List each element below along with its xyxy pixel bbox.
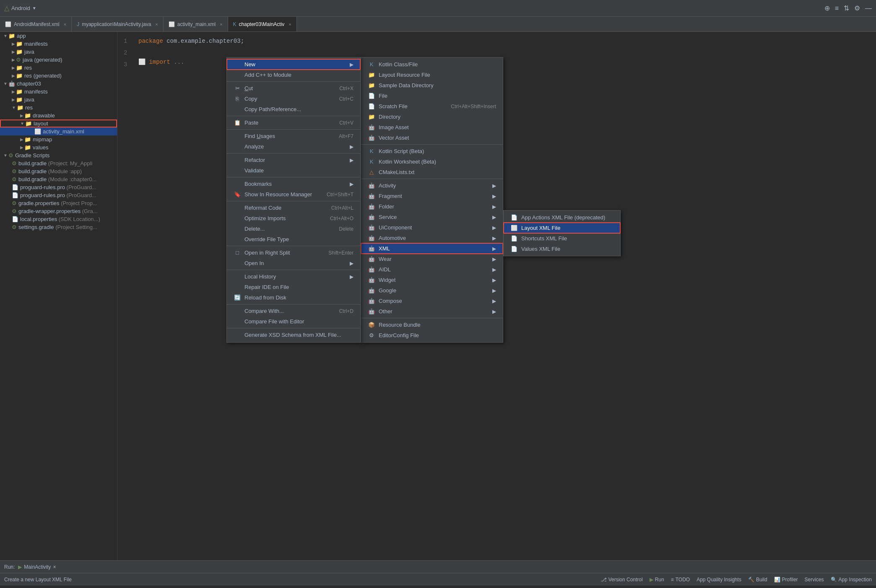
new-ui-component[interactable]: 🤖 UiComponent ▶	[361, 222, 503, 233]
sidebar-item-res-app[interactable]: ▶ 📁 res	[0, 64, 117, 72]
context-menu-copy-path[interactable]: Copy Path/Reference...	[227, 104, 360, 114]
new-compose[interactable]: 🤖 Compose ▶	[361, 296, 503, 306]
context-menu-cut[interactable]: ✂ Cut Ctrl+X	[227, 83, 360, 94]
tree-arrow[interactable]: ▼	[3, 81, 8, 86]
new-directory[interactable]: 📁 Directory	[361, 112, 503, 122]
sidebar-item-manifests-ch03[interactable]: ▶ 📁 manifests	[0, 88, 117, 96]
run-tab[interactable]: ▶ Run	[650, 577, 664, 583]
tree-arrow[interactable]: ▶	[12, 89, 15, 94]
context-menu-copy[interactable]: ⎘ Copy Ctrl+C	[227, 94, 360, 104]
context-menu-reformat[interactable]: Reformat Code Ctrl+Alt+L	[227, 203, 360, 213]
tree-arrow[interactable]: ▼	[3, 34, 8, 38]
context-menu-compare-with[interactable]: Compare With... Ctrl+D	[227, 306, 360, 316]
list-icon[interactable]: ≡	[835, 5, 839, 12]
xml-shortcuts-file[interactable]: 📄 Shortcuts XML File	[504, 233, 620, 244]
sidebar-item-proguard-1[interactable]: 📄 proguard-rules.pro (ProGuard...	[0, 183, 117, 191]
sidebar-item-proguard-2[interactable]: 📄 proguard-rules.pro (ProGuard...	[0, 191, 117, 199]
run-main-activity[interactable]: ▶ MainActivity ×	[18, 564, 56, 570]
new-file[interactable]: 📄 File	[361, 91, 503, 101]
context-menu-refactor[interactable]: Refactor ▶	[227, 155, 360, 165]
context-menu-open-right-split[interactable]: □ Open in Right Split Shift+Enter	[227, 247, 360, 258]
sidebar-item-build-gradle-project[interactable]: ⚙ build.gradle (Project: My_Appli	[0, 159, 117, 167]
context-menu-reload-disk[interactable]: 🔄 Reload from Disk	[227, 292, 360, 303]
context-menu-local-history[interactable]: Local History ▶	[227, 271, 360, 282]
tree-arrow[interactable]: ▶	[12, 73, 15, 78]
context-menu-optimize-imports[interactable]: Optimize Imports Ctrl+Alt+O	[227, 213, 360, 224]
sidebar-item-manifests-app[interactable]: ▶ 📁 manifests	[0, 40, 117, 48]
context-menu-compare-file[interactable]: Compare File with Editor	[227, 316, 360, 327]
tree-arrow[interactable]: ▶	[20, 137, 23, 142]
tab-activity-main-xml[interactable]: ⬜ activity_main.xml ×	[164, 17, 228, 31]
sidebar-item-settings-gradle[interactable]: ⚙ settings.gradle (Project Setting...	[0, 223, 117, 231]
sidebar-item-app[interactable]: ▼ 📁 app	[0, 32, 117, 40]
context-menu-open-in[interactable]: Open In ▶	[227, 258, 360, 268]
tree-arrow[interactable]: ▶	[12, 97, 15, 102]
context-menu-generate-xsd[interactable]: Generate XSD Schema from XML File...	[227, 330, 360, 340]
tab-close[interactable]: ×	[220, 22, 222, 27]
tab-close[interactable]: ×	[64, 22, 66, 27]
context-menu-find-usages[interactable]: Find Usages Alt+F7	[227, 131, 360, 141]
tree-arrow[interactable]: ▶	[20, 145, 23, 150]
new-folder[interactable]: 🤖 Folder ▶	[361, 201, 503, 212]
new-editorconfig[interactable]: ⚙ EditorConfig File	[361, 330, 503, 341]
new-image-asset[interactable]: 🤖 Image Asset	[361, 122, 503, 133]
context-menu-analyze[interactable]: Analyze ▶	[227, 141, 360, 152]
version-control-tab[interactable]: ⎇ Version Control	[601, 577, 643, 583]
sidebar-item-res-generated-app[interactable]: ▶ 📁 res (generated)	[0, 72, 117, 80]
app-inspection-tab[interactable]: 🔍 App Inspection	[831, 577, 872, 583]
new-kotlin-script[interactable]: K Kotlin Script (Beta)	[361, 146, 503, 156]
sidebar-item-gradle-properties[interactable]: ⚙ gradle.properties (Project Prop...	[0, 199, 117, 207]
context-menu-new[interactable]: New ▶	[227, 59, 360, 70]
sidebar-item-java-app[interactable]: ▶ 📁 java	[0, 48, 117, 56]
build-tab[interactable]: 🔨 Build	[748, 577, 767, 583]
sidebar-item-activity-main-xml[interactable]: ⬜ activity_main.xml	[0, 127, 117, 135]
new-activity[interactable]: 🤖 Activity ▶	[361, 180, 503, 191]
tree-arrow[interactable]: ▼	[20, 121, 24, 126]
tree-arrow[interactable]: ▶	[12, 49, 15, 54]
sync-icon[interactable]: ⊕	[824, 4, 830, 12]
tab-main-activity[interactable]: J myapplication\MainActivity.java ×	[72, 17, 164, 31]
tab-close[interactable]: ×	[289, 22, 291, 27]
services-tab[interactable]: Services	[805, 577, 824, 583]
new-xml[interactable]: 🤖 XML ▶	[361, 243, 503, 254]
xml-layout-file[interactable]: ⬜ Layout XML File	[504, 223, 620, 233]
quality-tab[interactable]: App Quality Insights	[697, 577, 741, 583]
new-aidl[interactable]: 🤖 AIDL ▶	[361, 264, 503, 275]
sidebar-item-values[interactable]: ▶ 📁 values	[0, 143, 117, 151]
android-dropdown[interactable]: △ Android ▼	[4, 4, 36, 12]
new-other[interactable]: 🤖 Other ▶	[361, 306, 503, 317]
new-layout-resource[interactable]: 📁 Layout Resource File	[361, 70, 503, 80]
tree-arrow[interactable]: ▶	[12, 42, 15, 46]
sidebar-item-gradle-wrapper[interactable]: ⚙ gradle-wrapper.properties (Gra...	[0, 207, 117, 215]
context-menu-validate[interactable]: Validate	[227, 165, 360, 176]
new-kotlin-class[interactable]: K Kotlin Class/File	[361, 59, 503, 70]
context-menu-delete[interactable]: Delete... Delete	[227, 224, 360, 234]
tree-arrow[interactable]: ▼	[12, 105, 16, 110]
profiler-tab[interactable]: 📊 Profiler	[774, 577, 798, 583]
new-automotive[interactable]: 🤖 Automotive ▶	[361, 233, 503, 243]
sidebar-item-chapter03[interactable]: ▼ 🤖 chapter03	[0, 80, 117, 88]
settings-icon[interactable]: ⇅	[844, 4, 849, 12]
new-sample-data-dir[interactable]: 📁 Sample Data Directory	[361, 80, 503, 91]
sidebar-item-layout[interactable]: ▼ 📁 layout	[0, 120, 117, 127]
context-menu-override-file-type[interactable]: Override File Type	[227, 234, 360, 245]
sidebar-item-build-gradle-ch03[interactable]: ⚙ build.gradle (Module :chapter0...	[0, 175, 117, 183]
tab-close[interactable]: ×	[155, 22, 158, 27]
run-close[interactable]: ×	[53, 564, 56, 570]
new-resource-bundle[interactable]: 📦 Resource Bundle	[361, 320, 503, 330]
sidebar-item-build-gradle-app[interactable]: ⚙ build.gradle (Module :app)	[0, 167, 117, 175]
sidebar-item-local-properties[interactable]: 📄 local.properties (SDK Location...)	[0, 215, 117, 223]
sidebar-item-gradle-scripts[interactable]: ▼ ⚙ Gradle Scripts	[0, 151, 117, 159]
new-fragment[interactable]: 🤖 Fragment ▶	[361, 191, 503, 201]
new-scratch-file[interactable]: 📄 Scratch File Ctrl+Alt+Shift+Insert	[361, 101, 503, 112]
xml-values-file[interactable]: 📄 Values XML File	[504, 244, 620, 254]
new-cmakelists[interactable]: △ CMakeLists.txt	[361, 167, 503, 177]
new-kotlin-worksheet[interactable]: K Kotlin Worksheet (Beta)	[361, 156, 503, 167]
new-vector-asset[interactable]: 🤖 Vector Asset	[361, 133, 503, 143]
sidebar-item-java-ch03[interactable]: ▶ 📁 java	[0, 96, 117, 104]
context-menu-repair-ide[interactable]: Repair IDE on File	[227, 282, 360, 292]
sidebar-item-drawable[interactable]: ▶ 📁 drawable	[0, 112, 117, 120]
sidebar-item-mipmap[interactable]: ▶ 📁 mipmap	[0, 135, 117, 143]
tab-chapter03-main[interactable]: K chapter03\MainActiv ×	[228, 17, 297, 31]
tree-arrow[interactable]: ▶	[20, 113, 23, 118]
